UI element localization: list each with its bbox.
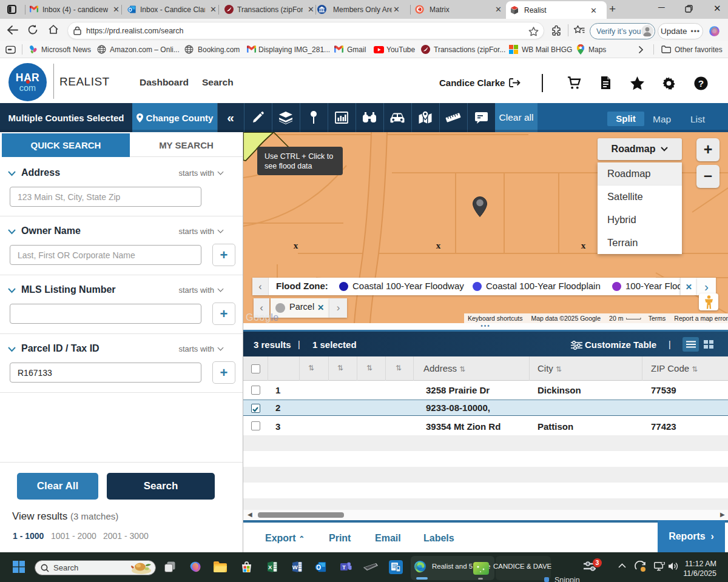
svg-text:X: X [268, 564, 272, 570]
svg-text:x: x [294, 241, 298, 250]
svg-text:W: W [292, 564, 298, 570]
svg-text:x: x [436, 241, 441, 250]
svg-text:T: T [342, 564, 346, 570]
svg-text:x: x [581, 241, 586, 250]
svg-text:?: ? [698, 78, 704, 89]
